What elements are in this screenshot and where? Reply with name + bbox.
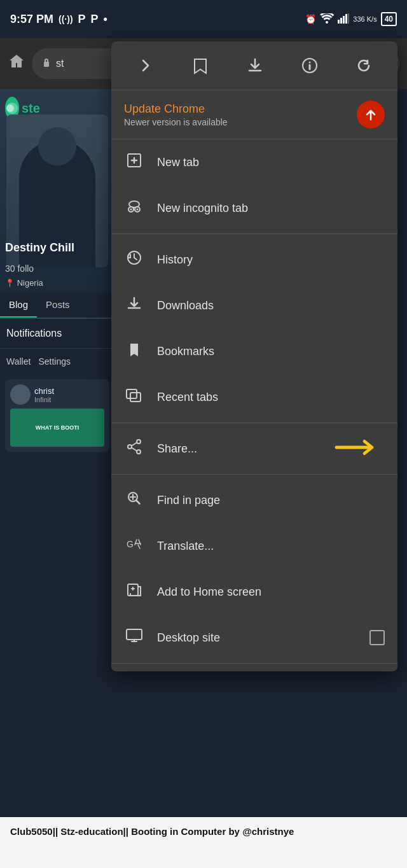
svg-point-9 — [308, 62, 310, 64]
svg-point-20 — [137, 440, 141, 444]
forward-button[interactable] — [132, 52, 160, 80]
incognito-icon — [124, 198, 144, 218]
desktop-icon — [124, 627, 144, 648]
svg-text:G: G — [127, 539, 134, 549]
article-title-text: Club5050|| Stz-education|| Booting in Co… — [10, 825, 397, 838]
svg-rect-26 — [127, 629, 142, 640]
home-button[interactable] — [8, 53, 25, 74]
svg-point-21 — [128, 445, 132, 449]
dot-indicator: • — [104, 13, 107, 26]
menu-item-history[interactable]: History — [111, 237, 397, 283]
p-icon-1: P — [78, 13, 86, 26]
post-subtitle: Infinit — [34, 396, 54, 403]
bookmarks-label: Bookmarks — [157, 345, 214, 358]
notifications-nav-item[interactable]: Notifications — [0, 319, 114, 349]
menu-item-bookmarks[interactable]: Bookmarks — [111, 328, 397, 374]
battery-indicator: 40 — [381, 12, 397, 26]
svg-rect-0 — [338, 20, 340, 24]
signal-bars-icon — [338, 13, 349, 25]
svg-point-16 — [137, 209, 139, 211]
status-bar: 9:57 PM ((·)) P P • ⏰ 336 K/s 40 — [0, 0, 407, 38]
svg-rect-4 — [348, 13, 349, 24]
post-avatar — [10, 384, 31, 405]
divider-3 — [111, 474, 397, 475]
svg-rect-3 — [345, 14, 347, 24]
download-button[interactable] — [242, 52, 268, 80]
tab-posts[interactable]: Posts — [37, 293, 79, 318]
menu-item-find-in-page[interactable]: Find in page — [111, 477, 397, 523]
background-content: ste Destiny Chill 30 follo 📍 Nigeria Blo… — [0, 89, 114, 868]
menu-item-desktop-site[interactable]: Desktop site — [111, 615, 397, 661]
svg-rect-5 — [44, 62, 49, 67]
tab-row: Blog Posts — [0, 293, 114, 319]
wallet-settings-row: Wallet Settings — [0, 349, 114, 374]
speed-text: 336 K/s — [353, 15, 376, 23]
tab-blog[interactable]: Blog — [0, 293, 37, 318]
info-button[interactable] — [296, 52, 323, 79]
menu-item-translate[interactable]: G Translate... — [111, 523, 397, 569]
desktop-site-label: Desktop site — [157, 631, 220, 645]
svg-rect-18 — [127, 389, 137, 398]
svg-rect-2 — [343, 16, 345, 24]
svg-point-7 — [6, 104, 14, 112]
menu-item-share[interactable]: Share... — [111, 426, 397, 472]
profile-name: Destiny Chill — [5, 241, 74, 255]
bookmark-button[interactable] — [187, 52, 214, 80]
status-icons: ⏰ 336 K/s 40 — [305, 12, 397, 26]
add-home-icon — [124, 582, 144, 602]
menu-item-add-to-home[interactable]: Add to Home screen — [111, 569, 397, 615]
svg-rect-10 — [308, 64, 310, 70]
desktop-site-checkbox[interactable] — [369, 630, 385, 645]
divider-2 — [111, 423, 397, 423]
update-chrome-banner[interactable]: Update Chrome Newer version is available — [111, 90, 397, 139]
update-text-block: Update Chrome Newer version is available — [124, 102, 228, 127]
svg-point-22 — [137, 450, 141, 454]
recent-tabs-label: Recent tabs — [157, 391, 218, 404]
downloads-label: Downloads — [157, 299, 214, 312]
update-subtitle: Newer version is available — [124, 117, 228, 127]
menu-item-recent-tabs[interactable]: Recent tabs — [111, 374, 397, 420]
settings-text[interactable]: Settings — [38, 356, 71, 367]
add-to-home-label: Add to Home screen — [157, 585, 261, 599]
post-author: christ — [34, 386, 54, 396]
divider-1 — [111, 234, 397, 234]
share-icon — [124, 438, 144, 459]
post-card: christ Infinit WHAT IS BOOTI — [5, 379, 109, 452]
menu-item-new-incognito-tab[interactable]: New incognito tab — [111, 185, 397, 231]
svg-point-15 — [130, 209, 132, 211]
location-text: 📍 Nigeria — [5, 278, 43, 288]
alarm-icon: ⏰ — [305, 14, 316, 24]
menu-bottom-padding — [111, 666, 397, 671]
wallet-text[interactable]: Wallet — [6, 356, 31, 367]
update-title: Update Chrome — [124, 102, 228, 116]
chrome-context-menu: Update Chrome Newer version is available… — [111, 41, 397, 671]
profile-area: ste Destiny Chill 30 follo 📍 Nigeria — [0, 89, 114, 293]
downloads-icon — [124, 295, 144, 316]
svg-rect-1 — [340, 18, 342, 24]
history-icon — [124, 249, 144, 270]
signal-icon: ((·)) — [59, 14, 73, 24]
update-arrow-button[interactable] — [357, 101, 385, 129]
share-label: Share... — [157, 442, 197, 456]
bookmarks-icon — [124, 341, 144, 361]
post-image: WHAT IS BOOTI — [10, 409, 104, 447]
bottom-article-title: Club5050|| Stz-education|| Booting in Co… — [0, 817, 407, 868]
wifi-icon — [320, 13, 334, 25]
site-abbr: ste — [22, 101, 40, 116]
find-in-page-label: Find in page — [157, 494, 220, 507]
divider-4 — [111, 663, 397, 664]
menu-item-downloads[interactable]: Downloads — [111, 283, 397, 328]
translate-icon: G — [124, 536, 144, 556]
menu-toolbar — [111, 41, 397, 90]
time-text: 9:57 PM — [10, 13, 53, 26]
svg-rect-19 — [130, 393, 141, 402]
menu-item-new-tab[interactable]: New tab — [111, 139, 397, 185]
new-tab-icon — [124, 152, 144, 172]
translate-label: Translate... — [157, 540, 214, 553]
followers-text: 30 follo — [5, 263, 34, 274]
lock-icon — [42, 57, 51, 70]
refresh-button[interactable] — [350, 52, 377, 79]
incognito-label: New incognito tab — [157, 202, 248, 215]
new-tab-label: New tab — [157, 156, 199, 169]
yellow-arrow-indicator — [334, 435, 385, 463]
